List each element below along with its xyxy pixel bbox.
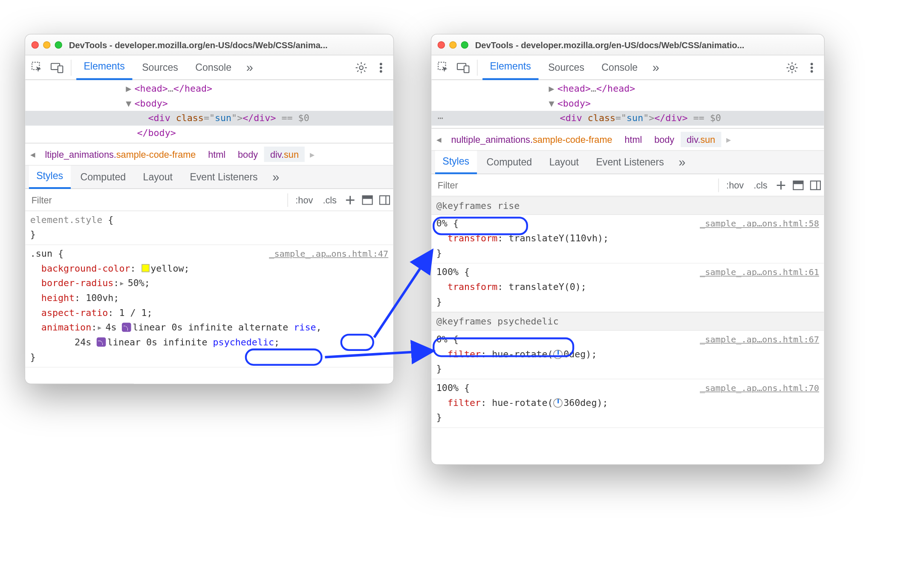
subtab-layout[interactable]: Layout bbox=[136, 165, 180, 189]
styles-panel[interactable]: @keyframes rise _sample_.ap…ons.html:58 … bbox=[431, 197, 824, 464]
source-link[interactable]: _sample_.ap…ons.html:70 bbox=[700, 380, 819, 395]
keyframes-rise-header[interactable]: @keyframes rise bbox=[431, 197, 824, 215]
breadcrumb-item[interactable]: body bbox=[232, 149, 264, 159]
device-toggle-icon[interactable] bbox=[49, 59, 66, 76]
cls-button[interactable]: .cls bbox=[749, 180, 773, 191]
breadcrumb-item[interactable]: html bbox=[202, 149, 232, 159]
more-tabs-icon[interactable]: » bbox=[647, 61, 664, 75]
gear-icon[interactable] bbox=[352, 59, 370, 76]
subtab-computed[interactable]: Computed bbox=[73, 165, 133, 189]
breadcrumb[interactable]: ◂ nultiple_animations.sample-code-frame … bbox=[431, 129, 824, 151]
breadcrumb-scroll-right-icon[interactable]: ▸ bbox=[722, 134, 736, 145]
svg-point-17 bbox=[811, 70, 813, 72]
source-link[interactable]: _sample_.ap…ons.html:67 bbox=[700, 332, 819, 347]
breadcrumb-item[interactable]: ltiple_animations.sample-code-frame bbox=[39, 149, 202, 159]
subtab-computed[interactable]: Computed bbox=[479, 151, 539, 174]
styles-panel[interactable]: element.style { } _sample_.ap…ons.html:4… bbox=[25, 211, 393, 383]
gear-icon[interactable] bbox=[783, 59, 800, 76]
breadcrumb-item[interactable]: body bbox=[648, 134, 681, 145]
source-link[interactable]: _sample_.ap…ons.html:58 bbox=[700, 216, 819, 231]
source-link[interactable]: _sample_.ap…ons.html:47 bbox=[269, 246, 388, 261]
devtools-window-right: DevTools - developer.mozilla.org/en-US/d… bbox=[431, 34, 825, 465]
subtab-styles[interactable]: Styles bbox=[435, 151, 477, 174]
more-subtabs-icon[interactable]: » bbox=[674, 155, 690, 169]
inspect-icon[interactable] bbox=[29, 59, 46, 76]
subtab-styles[interactable]: Styles bbox=[29, 165, 71, 189]
svg-rect-19 bbox=[793, 181, 803, 184]
kebab-icon[interactable] bbox=[372, 59, 390, 76]
subtab-event-listeners[interactable]: Event Listeners bbox=[182, 165, 265, 189]
keyframes-link-rise[interactable]: rise bbox=[294, 322, 316, 333]
svg-point-16 bbox=[811, 66, 813, 69]
svg-rect-13 bbox=[464, 66, 469, 72]
breadcrumb-scroll-left-icon[interactable]: ◂ bbox=[433, 133, 445, 145]
computed-sidebar-icon[interactable] bbox=[790, 180, 807, 190]
breadcrumb-item[interactable]: html bbox=[618, 134, 648, 145]
breadcrumb-item-selected[interactable]: div.sun bbox=[264, 147, 305, 162]
tab-elements[interactable]: Elements bbox=[482, 55, 538, 80]
kebab-icon[interactable] bbox=[803, 59, 820, 76]
breadcrumb-item[interactable]: nultiple_animations.sample-code-frame bbox=[445, 134, 618, 145]
styles-filter-input[interactable] bbox=[431, 174, 716, 196]
dom-tree[interactable]: ▶<head>…</head> ▼<body> ⋯ <div class="su… bbox=[431, 80, 824, 129]
angle-swatch-icon[interactable] bbox=[553, 350, 563, 359]
svg-rect-8 bbox=[363, 195, 372, 198]
breadcrumb-item-selected[interactable]: div.sun bbox=[681, 132, 722, 147]
selected-dom-node[interactable]: ⋯ <div class="sun"></div> == $0 bbox=[431, 111, 824, 126]
breadcrumb-scroll-right-icon[interactable]: ▸ bbox=[305, 149, 320, 160]
styles-filter-row: :hov .cls bbox=[431, 174, 824, 197]
zoom-icon[interactable] bbox=[461, 41, 468, 48]
svg-rect-9 bbox=[380, 195, 390, 204]
angle-swatch-icon[interactable] bbox=[553, 398, 563, 408]
window-title: DevTools - developer.mozilla.org/en-US/d… bbox=[475, 40, 818, 49]
subtab-event-listeners[interactable]: Event Listeners bbox=[589, 151, 671, 174]
more-subtabs-icon[interactable]: » bbox=[268, 170, 284, 184]
close-icon[interactable] bbox=[438, 41, 445, 48]
more-tabs-icon[interactable]: » bbox=[241, 61, 258, 75]
color-swatch-icon[interactable] bbox=[141, 264, 150, 272]
keyframes-psychedelic-header[interactable]: @keyframes psychedelic bbox=[431, 312, 824, 330]
tab-console[interactable]: Console bbox=[594, 55, 645, 80]
breadcrumb[interactable]: ◂ ltiple_animations.sample-code-frame ht… bbox=[25, 143, 393, 165]
toggle-sidebar-icon[interactable] bbox=[807, 180, 824, 190]
svg-point-4 bbox=[380, 63, 382, 65]
svg-point-3 bbox=[359, 66, 363, 70]
svg-point-15 bbox=[811, 63, 813, 65]
hov-button[interactable]: :hov bbox=[291, 194, 318, 205]
svg-rect-20 bbox=[811, 181, 820, 189]
tab-console[interactable]: Console bbox=[188, 55, 239, 80]
new-style-rule-icon[interactable] bbox=[772, 181, 789, 189]
zoom-icon[interactable] bbox=[55, 41, 62, 48]
titlebar: DevTools - developer.mozilla.org/en-US/d… bbox=[25, 35, 393, 55]
breadcrumb-scroll-left-icon[interactable]: ◂ bbox=[26, 148, 39, 160]
tab-sources[interactable]: Sources bbox=[541, 55, 592, 80]
titlebar: DevTools - developer.mozilla.org/en-US/d… bbox=[431, 35, 824, 55]
styles-filter-row: :hov .cls bbox=[25, 189, 393, 211]
close-icon[interactable] bbox=[32, 41, 39, 48]
svg-point-6 bbox=[380, 70, 382, 72]
styles-subtabs: Styles Computed Layout Event Listeners » bbox=[431, 151, 824, 174]
cls-button[interactable]: .cls bbox=[318, 194, 342, 205]
device-toggle-icon[interactable] bbox=[455, 59, 472, 76]
minimize-icon[interactable] bbox=[449, 41, 456, 48]
easing-curve-icon[interactable] bbox=[97, 337, 106, 347]
toggle-sidebar-icon[interactable] bbox=[376, 195, 393, 205]
inspect-icon[interactable] bbox=[435, 59, 452, 76]
keyframes-link-psychedelic[interactable]: psychedelic bbox=[213, 337, 274, 348]
dom-tree[interactable]: ▶<head>…</head> ▼<body> <div class="sun"… bbox=[25, 80, 393, 144]
new-style-rule-icon[interactable] bbox=[341, 195, 358, 204]
hov-button[interactable]: :hov bbox=[722, 180, 749, 191]
tab-sources[interactable]: Sources bbox=[135, 55, 185, 80]
main-toolbar: Elements Sources Console » bbox=[431, 55, 824, 80]
styles-subtabs: Styles Computed Layout Event Listeners » bbox=[25, 165, 393, 189]
tab-elements[interactable]: Elements bbox=[76, 55, 132, 80]
easing-curve-icon[interactable] bbox=[122, 323, 132, 332]
window-title: DevTools - developer.mozilla.org/en-US/d… bbox=[69, 40, 387, 49]
subtab-layout[interactable]: Layout bbox=[542, 151, 586, 174]
selected-dom-node[interactable]: <div class="sun"></div> == $0 bbox=[25, 111, 393, 126]
minimize-icon[interactable] bbox=[43, 41, 50, 48]
styles-filter-input[interactable] bbox=[25, 189, 285, 211]
svg-point-5 bbox=[380, 66, 382, 69]
source-link[interactable]: _sample_.ap…ons.html:61 bbox=[700, 265, 819, 280]
computed-sidebar-icon[interactable] bbox=[359, 195, 376, 205]
